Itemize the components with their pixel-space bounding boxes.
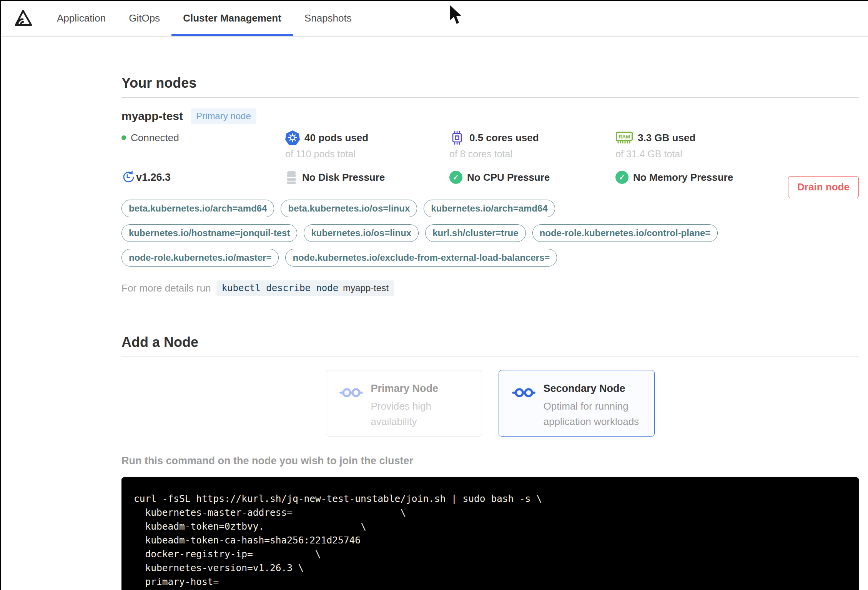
replicated-logo-icon: [13, 9, 33, 27]
pods-stat: 40 pods used of 110 pods total: [285, 129, 449, 160]
cores-total: of 8 cores total: [449, 148, 615, 160]
check-icon: ✓: [449, 171, 462, 184]
command-line: docker-registry-ip= \: [134, 547, 847, 561]
node-card: myapp-test Primary node Connected: [121, 98, 859, 296]
memory-pressure-label: No Memory Pressure: [633, 172, 733, 183]
primary-node-badge: Primary node: [191, 108, 256, 124]
node-version: v1.26.3: [136, 172, 171, 183]
node-label-pill: beta.kubernetes.io/arch=amd64: [121, 200, 274, 217]
memory-total: of 31.4 GB total: [615, 148, 859, 160]
nav-tabs: Application GitOps Cluster Management Sn…: [45, 0, 363, 36]
kubernetes-icon: [285, 130, 300, 145]
node-label-pill: kubernetes.io/arch=amd64: [424, 200, 555, 217]
kubectl-command: kubectl describe node: [222, 283, 338, 293]
secondary-node-option[interactable]: Secondary Node Optimal for running appli…: [499, 370, 655, 437]
join-instruction: Run this command on the node you wish to…: [121, 455, 859, 467]
tab-snapshots[interactable]: Snapshots: [293, 0, 363, 36]
node-link-icon: [339, 387, 363, 399]
your-nodes-title: Your nodes: [121, 75, 859, 91]
node-label-pill: node.kubernetes.io/exclude-from-external…: [285, 249, 557, 267]
version-history-icon: [121, 170, 135, 184]
secondary-node-option-desc: Optimal for running application workload…: [544, 398, 645, 429]
app-logo[interactable]: [0, 0, 45, 36]
node-type-options: Primary Node Provides high availability …: [121, 370, 859, 437]
cpu-stat: 0.5 cores used of 8 cores total: [449, 129, 615, 160]
svg-text:RAM: RAM: [619, 134, 630, 140]
command-line: kubernetes-version=v1.26.3 \: [134, 561, 847, 575]
node-label-pill: beta.kubernetes.io/os=linux: [281, 200, 417, 217]
node-status-cell: Connected: [121, 129, 285, 160]
kubectl-command-node: myapp-test: [343, 283, 389, 293]
version-cell: v1.26.3: [121, 169, 285, 186]
node-name: myapp-test: [121, 110, 183, 123]
command-line: primary-host=: [134, 575, 847, 589]
describe-node-command: kubectl describe node myapp-test: [216, 280, 394, 296]
details-hint: For more details run: [121, 282, 211, 294]
main-content: Your nodes myapp-test Primary node Conne…: [0, 75, 868, 590]
window-top-edge: [0, 0, 868, 1]
node-labels: beta.kubernetes.io/arch=amd64 beta.kuber…: [121, 200, 721, 267]
command-line: kubeadm-token-ca-hash=sha256:221d25746: [134, 533, 847, 547]
disk-pressure-cell: No Disk Pressure: [285, 169, 449, 186]
node-link-icon: [512, 387, 536, 399]
connected-dot-icon: [121, 135, 126, 140]
node-stats-grid: Connected 40 pods used: [121, 129, 859, 186]
node-label-pill: node-role.kubernetes.io/master=: [121, 249, 279, 267]
disk-icon: [285, 170, 298, 184]
check-icon: ✓: [615, 171, 629, 184]
secondary-node-option-title: Secondary Node: [544, 383, 645, 395]
ram-icon: RAM: [615, 130, 633, 145]
tab-gitops[interactable]: GitOps: [117, 0, 171, 36]
memory-used-value: 3.3 GB used: [638, 132, 695, 144]
top-nav: Application GitOps Cluster Management Sn…: [0, 0, 868, 37]
node-label-pill: kubernetes.io/hostname=jonquil-test: [121, 224, 297, 242]
cpu-pressure-label: No CPU Pressure: [467, 172, 550, 183]
node-label-pill: kurl.sh/cluster=true: [425, 224, 525, 242]
drain-node-button[interactable]: Drain node: [788, 176, 859, 198]
primary-node-option-desc: Provides high availability: [371, 398, 472, 429]
cpu-pressure-cell: ✓ No CPU Pressure: [449, 169, 615, 186]
disk-pressure-label: No Disk Pressure: [302, 172, 385, 183]
memory-stat: RAM 3.3 GB used of 31.4 GB total: [615, 129, 859, 160]
tab-cluster-management[interactable]: Cluster Management: [171, 0, 293, 36]
window-left-edge: [0, 0, 1, 590]
details-line: For more details run kubectl describe no…: [121, 280, 859, 296]
primary-node-option[interactable]: Primary Node Provides high availability: [326, 370, 482, 437]
pods-used-value: 40 pods used: [304, 132, 368, 144]
add-node-title: Add a Node: [121, 334, 859, 350]
tab-application[interactable]: Application: [45, 0, 117, 36]
cores-used-value: 0.5 cores used: [469, 132, 539, 144]
section-divider: [121, 357, 859, 357]
command-line: curl -fsSL https://kurl.sh/jq-new-test-u…: [134, 492, 847, 506]
join-command-terminal: curl -fsSL https://kurl.sh/jq-new-test-u…: [121, 477, 859, 590]
command-line: kubernetes-master-address= \: [134, 506, 847, 520]
node-label-pill: node-role.kubernetes.io/control-plane=: [532, 224, 718, 242]
command-line: kubeadm-token=0ztbvy. \: [134, 520, 847, 533]
cpu-icon: [449, 130, 465, 145]
primary-node-option-title: Primary Node: [371, 383, 472, 395]
pods-total: of 110 pods total: [285, 148, 449, 160]
node-status: Connected: [131, 132, 179, 144]
node-label-pill: kubernetes.io/os=linux: [304, 224, 419, 242]
